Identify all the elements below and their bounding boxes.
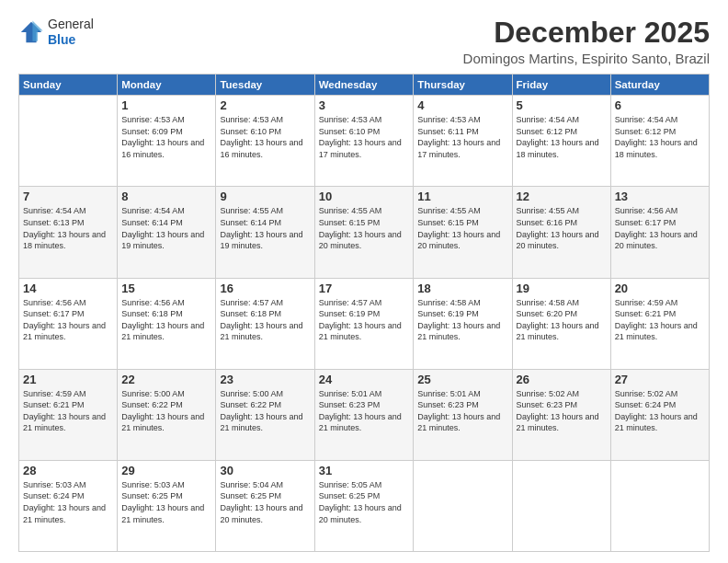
day-info: Sunrise: 5:00 AMSunset: 6:22 PMDaylight:… — [220, 388, 310, 434]
day-info: Sunrise: 4:58 AMSunset: 6:20 PMDaylight:… — [517, 297, 607, 343]
day-info: Sunrise: 4:55 AMSunset: 6:15 PMDaylight:… — [319, 205, 410, 251]
day-info: Sunrise: 4:54 AMSunset: 6:14 PMDaylight:… — [121, 205, 211, 251]
day-info: Sunrise: 4:55 AMSunset: 6:15 PMDaylight:… — [417, 205, 507, 251]
day-info: Sunrise: 4:53 AMSunset: 6:09 PMDaylight:… — [121, 114, 211, 160]
day-info: Sunrise: 4:56 AMSunset: 6:17 PMDaylight:… — [615, 205, 705, 251]
table-row: 4Sunrise: 4:53 AMSunset: 6:11 PMDaylight… — [414, 96, 512, 187]
day-number: 4 — [417, 98, 507, 112]
day-number: 16 — [220, 282, 310, 295]
day-info: Sunrise: 4:53 AMSunset: 6:10 PMDaylight:… — [220, 114, 310, 160]
day-number: 11 — [417, 190, 507, 203]
day-number: 21 — [23, 373, 113, 386]
day-number: 9 — [220, 190, 310, 203]
table-row: 22Sunrise: 5:00 AMSunset: 6:22 PMDayligh… — [118, 369, 216, 460]
table-row: 2Sunrise: 4:53 AMSunset: 6:10 PMDaylight… — [216, 96, 314, 187]
logo-blue: Blue — [48, 32, 94, 48]
table-row: 17Sunrise: 4:57 AMSunset: 6:19 PMDayligh… — [314, 278, 414, 369]
day-info: Sunrise: 5:02 AMSunset: 6:23 PMDaylight:… — [517, 388, 607, 434]
day-number: 30 — [220, 464, 310, 477]
day-info: Sunrise: 5:05 AMSunset: 6:25 PMDaylight:… — [319, 479, 410, 525]
day-number: 8 — [121, 190, 211, 203]
day-info: Sunrise: 5:01 AMSunset: 6:23 PMDaylight:… — [417, 388, 507, 434]
table-row: 8Sunrise: 4:54 AMSunset: 6:14 PMDaylight… — [118, 187, 216, 278]
day-info: Sunrise: 4:53 AMSunset: 6:10 PMDaylight:… — [319, 114, 410, 160]
day-number: 2 — [220, 98, 310, 112]
logo-general: General — [48, 17, 94, 32]
table-row — [512, 460, 610, 551]
col-thursday: Thursday — [414, 75, 512, 96]
table-row: 14Sunrise: 4:56 AMSunset: 6:17 PMDayligh… — [19, 278, 118, 369]
logo-icon — [18, 19, 44, 45]
col-friday: Friday — [512, 75, 610, 96]
table-row: 3Sunrise: 4:53 AMSunset: 6:10 PMDaylight… — [314, 96, 414, 187]
table-row: 1Sunrise: 4:53 AMSunset: 6:09 PMDaylight… — [118, 96, 216, 187]
day-number: 27 — [615, 373, 705, 386]
table-row: 16Sunrise: 4:57 AMSunset: 6:18 PMDayligh… — [216, 278, 314, 369]
col-sunday: Sunday — [19, 75, 118, 96]
day-number: 19 — [517, 282, 607, 295]
day-info: Sunrise: 4:57 AMSunset: 6:19 PMDaylight:… — [319, 297, 410, 343]
table-row: 5Sunrise: 4:54 AMSunset: 6:12 PMDaylight… — [512, 96, 610, 187]
day-info: Sunrise: 5:03 AMSunset: 6:25 PMDaylight:… — [121, 479, 211, 525]
day-info: Sunrise: 4:58 AMSunset: 6:19 PMDaylight:… — [417, 297, 507, 343]
table-row: 12Sunrise: 4:55 AMSunset: 6:16 PMDayligh… — [512, 187, 610, 278]
day-number: 1 — [121, 98, 211, 112]
day-number: 22 — [121, 373, 211, 386]
header-row: Sunday Monday Tuesday Wednesday Thursday… — [19, 75, 710, 96]
header: General Blue December 2025 Domingos Mart… — [18, 17, 710, 66]
day-info: Sunrise: 5:00 AMSunset: 6:22 PMDaylight:… — [121, 388, 211, 434]
table-row: 26Sunrise: 5:02 AMSunset: 6:23 PMDayligh… — [512, 369, 610, 460]
day-number: 14 — [23, 282, 113, 295]
table-row: 6Sunrise: 4:54 AMSunset: 6:12 PMDaylight… — [610, 96, 709, 187]
table-row: 24Sunrise: 5:01 AMSunset: 6:23 PMDayligh… — [314, 369, 414, 460]
day-info: Sunrise: 5:01 AMSunset: 6:23 PMDaylight:… — [319, 388, 410, 434]
day-number: 15 — [121, 282, 211, 295]
day-info: Sunrise: 4:54 AMSunset: 6:12 PMDaylight:… — [615, 114, 705, 160]
day-number: 20 — [615, 282, 705, 295]
month-title: December 2025 — [463, 17, 710, 49]
day-number: 3 — [319, 98, 410, 112]
day-number: 5 — [517, 98, 607, 112]
table-row: 27Sunrise: 5:02 AMSunset: 6:24 PMDayligh… — [610, 369, 709, 460]
table-row — [19, 96, 118, 187]
col-wednesday: Wednesday — [314, 75, 414, 96]
day-info: Sunrise: 4:57 AMSunset: 6:18 PMDaylight:… — [220, 297, 310, 343]
table-row — [610, 460, 709, 551]
day-number: 24 — [319, 373, 410, 386]
table-row: 20Sunrise: 4:59 AMSunset: 6:21 PMDayligh… — [610, 278, 709, 369]
table-row: 18Sunrise: 4:58 AMSunset: 6:19 PMDayligh… — [414, 278, 512, 369]
day-info: Sunrise: 4:54 AMSunset: 6:12 PMDaylight:… — [517, 114, 607, 160]
day-info: Sunrise: 4:56 AMSunset: 6:18 PMDaylight:… — [121, 297, 211, 343]
page: General Blue December 2025 Domingos Mart… — [0, 0, 728, 563]
logo-text: General Blue — [48, 17, 94, 48]
day-number: 31 — [319, 464, 410, 477]
day-number: 25 — [417, 373, 507, 386]
table-row — [414, 460, 512, 551]
calendar-week-2: 7Sunrise: 4:54 AMSunset: 6:13 PMDaylight… — [19, 187, 710, 278]
table-row: 31Sunrise: 5:05 AMSunset: 6:25 PMDayligh… — [314, 460, 414, 551]
subtitle: Domingos Martins, Espirito Santo, Brazil — [463, 51, 710, 66]
calendar-week-3: 14Sunrise: 4:56 AMSunset: 6:17 PMDayligh… — [19, 278, 710, 369]
day-number: 12 — [517, 190, 607, 203]
day-number: 29 — [121, 464, 211, 477]
col-monday: Monday — [118, 75, 216, 96]
table-row: 21Sunrise: 4:59 AMSunset: 6:21 PMDayligh… — [19, 369, 118, 460]
day-number: 26 — [517, 373, 607, 386]
table-row: 7Sunrise: 4:54 AMSunset: 6:13 PMDaylight… — [19, 187, 118, 278]
table-row: 29Sunrise: 5:03 AMSunset: 6:25 PMDayligh… — [118, 460, 216, 551]
svg-marker-1 — [32, 20, 42, 40]
day-number: 10 — [319, 190, 410, 203]
day-info: Sunrise: 4:55 AMSunset: 6:14 PMDaylight:… — [220, 205, 310, 251]
day-number: 28 — [23, 464, 113, 477]
title-block: December 2025 Domingos Martins, Espirito… — [463, 17, 710, 66]
table-row: 30Sunrise: 5:04 AMSunset: 6:25 PMDayligh… — [216, 460, 314, 551]
calendar-week-5: 28Sunrise: 5:03 AMSunset: 6:24 PMDayligh… — [19, 460, 710, 551]
day-number: 18 — [417, 282, 507, 295]
calendar-week-4: 21Sunrise: 4:59 AMSunset: 6:21 PMDayligh… — [19, 369, 710, 460]
day-info: Sunrise: 4:53 AMSunset: 6:11 PMDaylight:… — [417, 114, 507, 160]
table-row: 28Sunrise: 5:03 AMSunset: 6:24 PMDayligh… — [19, 460, 118, 551]
day-info: Sunrise: 4:56 AMSunset: 6:17 PMDaylight:… — [23, 297, 113, 343]
logo: General Blue — [18, 17, 94, 48]
svg-marker-0 — [21, 22, 41, 42]
table-row: 11Sunrise: 4:55 AMSunset: 6:15 PMDayligh… — [414, 187, 512, 278]
